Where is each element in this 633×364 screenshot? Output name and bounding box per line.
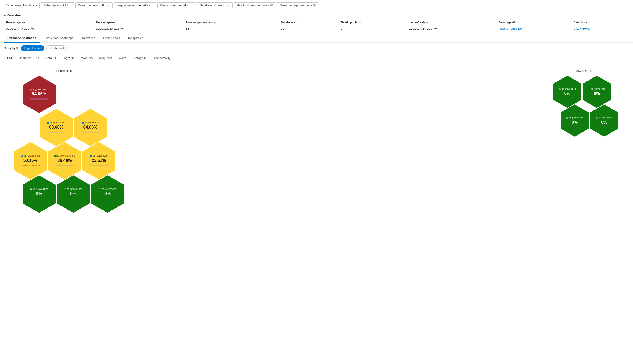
hex-bc-provisioned-dr-2[interactable]: bc_provisioned 0%: [590, 104, 618, 137]
table-row: 8/29/2024, 4:48:28 PM 8/29/2024, 5:48:28…: [4, 26, 629, 32]
svg-rect-2: [81, 132, 100, 133]
cluster-title-dr: ⊟ dbw-demo-dr: [572, 69, 592, 73]
cell-elastic-pools: 1: [338, 26, 407, 32]
ingestion-statistics-link[interactable]: Ingestion statistics: [499, 27, 522, 30]
sort-icon: ↑↓: [359, 22, 361, 24]
info-icon: ⓘ: [270, 4, 273, 7]
svg-rect-7: [98, 198, 117, 199]
hex-hs-serverless-nr1[interactable]: hs_serverless_nr1 36.48%: [48, 142, 81, 180]
filter-logical-server[interactable]: Logical server: <unset> ▾ ⓘ: [114, 2, 156, 8]
cell-last-refresh: 8/29/2024, 5:48:28 PM: [407, 26, 497, 32]
chevron-down-icon: ▾: [149, 4, 150, 6]
cluster-title: ⊟ dbw-demo: [56, 69, 73, 73]
chevron-down-icon: ▾: [189, 4, 190, 6]
filter-sd-label: Show descriptions:: [279, 4, 305, 7]
col-databases[interactable]: Databases ↑↓: [279, 20, 338, 26]
info-icon: ⓘ: [16, 46, 19, 50]
tab-elastic-pools[interactable]: Elastic pools: [99, 34, 124, 42]
filter-db-value: <unset>: [214, 4, 224, 7]
hex-hs-provisioned-dr[interactable]: hs_provisioned 0%: [583, 76, 611, 108]
sort-icon: ↑↓: [118, 22, 120, 24]
hex-row-sm-1: gp_provisioned 0% hs_provisioned 0%: [545, 75, 619, 108]
tab-database-heatmaps[interactable]: Database heatmaps: [4, 34, 40, 42]
metric-tab-cpu[interactable]: CPU: [4, 54, 17, 62]
col-last-refresh[interactable]: Last refresh ↑↓: [407, 20, 497, 26]
sparkline: [98, 197, 117, 200]
tab-elastic-pool-heatmaps[interactable]: Elastic pool heatmaps: [40, 34, 77, 42]
hex-hs-provisioned-2[interactable]: hs_provisioned 0%: [57, 175, 90, 213]
data-explorer-link[interactable]: Data explorer: [573, 27, 590, 30]
chevron-down-icon: ▾: [311, 4, 312, 6]
metric-tab-waits[interactable]: Waits: [115, 54, 129, 62]
hex-hs-serverless-1[interactable]: hs_serverless 64.06%: [74, 109, 107, 146]
svg-rect-1: [47, 132, 66, 133]
filter-time-range[interactable]: Time range: Last hour ▾: [4, 2, 40, 8]
filter-resource-group[interactable]: Resource group: All ▾ ⓘ: [76, 2, 113, 8]
group-by-row: Group by ⓘ Logical server Elastic pool: [0, 42, 633, 51]
hex-bc-provisioned-1[interactable]: bc_provisioned 94.05%: [23, 76, 56, 113]
sparkline: [30, 197, 49, 200]
metric-tab-workers[interactable]: Workers: [78, 54, 96, 62]
cell-time-end: 8/29/2024, 5:48:28 PM: [94, 26, 184, 32]
sparkline: [64, 197, 83, 200]
info-icon: ⓘ: [69, 4, 72, 7]
info-icon: ⓘ: [108, 4, 110, 7]
filter-show-descriptions[interactable]: Show descriptions: No ▾ ⓘ: [277, 2, 318, 8]
filter-subscription-value: All: [63, 4, 66, 7]
info-icon: ⓘ: [151, 4, 153, 7]
filter-mp-value: contains: [257, 4, 267, 7]
col-data-ingestion: Data ingestion: [497, 20, 572, 26]
col-time-end[interactable]: Time range end ↑↓: [94, 20, 184, 26]
sort-icon: ↑↓: [426, 22, 428, 24]
col-duration[interactable]: Time range duration ↑↓: [184, 20, 279, 26]
main-tabs: Database heatmaps Elastic pool heatmaps …: [0, 34, 633, 42]
col-elastic-pools[interactable]: Elastic pools ↑↓: [338, 20, 407, 26]
tab-databases[interactable]: Databases: [77, 34, 99, 42]
group-by-logical-server[interactable]: Logical server: [21, 46, 45, 51]
cell-data-ingestion: Ingestion statistics: [497, 26, 572, 32]
cell-time-start: 8/29/2024, 4:48:28 PM: [4, 26, 94, 32]
filter-match-pattern[interactable]: Match pattern: contains ▾ ⓘ: [234, 2, 275, 8]
hex-row-1: bc_provisioned 94.05%: [22, 75, 125, 114]
overview-toggle[interactable]: ∧ Overview: [4, 14, 629, 17]
hex-row-3: gp_provisioned 50.15% hs_serverless_nr1 …: [5, 142, 125, 180]
metric-tab-log-write[interactable]: Log write: [59, 54, 78, 62]
metric-tab-storage-io[interactable]: Storage IO: [129, 54, 151, 62]
filter-elastic-pool[interactable]: Elastic pool: <unset> ▾ ⓘ: [157, 2, 196, 8]
hex-gp-provisioned[interactable]: gp_provisioned 50.15%: [14, 142, 47, 180]
svg-rect-3: [55, 165, 74, 166]
sparkline: [55, 164, 74, 167]
metric-tab-instance-cpu[interactable]: Instance CPU: [17, 54, 42, 62]
hex-bc-provisioned-2[interactable]: bc_provisioned 0%: [23, 175, 56, 213]
group-by-elastic-pool[interactable]: Elastic pool: [46, 46, 67, 51]
cluster-dbw-demo: ⊟ dbw-demo bc_provisioned 94.05%: [5, 69, 125, 213]
tab-top-queries[interactable]: Top queries: [124, 34, 147, 42]
svg-rect-6: [64, 198, 83, 199]
chevron-down-icon: ▾: [67, 4, 68, 6]
filter-database[interactable]: Database: <unset> ▾ ⓘ: [197, 2, 233, 8]
overview-table: Time range start ↑↓ Time range end ↑↓ Ti…: [4, 20, 629, 32]
filter-subscription[interactable]: Subscription: All ▾ ⓘ: [41, 2, 74, 8]
hex-bc-provisioned-dr-1[interactable]: bc_provisioned 0%: [561, 104, 589, 137]
chevron-up-icon: ∧: [4, 14, 6, 17]
col-time-start[interactable]: Time range start ↑↓: [4, 20, 94, 26]
hex-gp-provisioned-dr[interactable]: gp_provisioned 0%: [553, 76, 581, 108]
col-data-store: Data store: [572, 20, 629, 26]
filter-ep-label: Elastic pool:: [160, 4, 177, 7]
sparkline: [30, 98, 49, 101]
hex-hs-provisioned-1[interactable]: hs_provisioned 69.66%: [40, 109, 73, 146]
hex-gp-serverless[interactable]: gp_serverless 23.61%: [83, 142, 115, 180]
chevron-down-icon: ▾: [225, 4, 226, 6]
metric-tab-connectivity[interactable]: Connectivity: [151, 54, 174, 62]
filter-db-label: Database:: [200, 4, 213, 7]
filter-time-range-label: Time range:: [6, 4, 22, 7]
chevron-down-icon: ▾: [268, 4, 269, 6]
server-icon: ⊟: [572, 69, 574, 73]
sort-icon: ↑↓: [296, 22, 298, 24]
filter-mp-label: Match pattern:: [237, 4, 256, 7]
metric-tab-data-io[interactable]: Data IO: [42, 54, 59, 62]
metric-tab-requests[interactable]: Requests: [96, 54, 115, 62]
hex-hs-serverless-2[interactable]: hs_serverless 0%: [91, 175, 124, 213]
filter-subscription-label: Subscription:: [44, 4, 62, 7]
cell-databases: 10: [279, 26, 338, 32]
